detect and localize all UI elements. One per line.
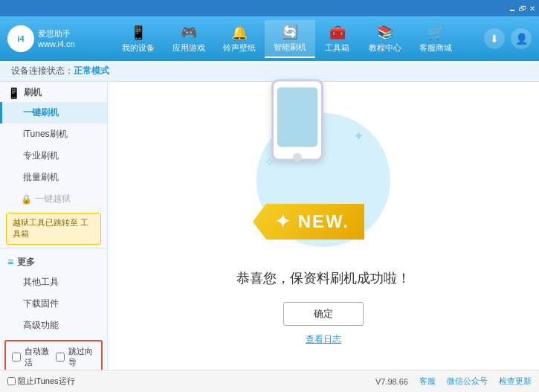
- tutorials-icon: 📚: [377, 25, 393, 41]
- version-text: V7.98.66: [375, 377, 408, 386]
- auto-activate-label: 自动激活: [25, 346, 52, 368]
- toolbox-icon: 🧰: [329, 25, 346, 41]
- nav-smart-flash[interactable]: 🔄 智能刷机: [265, 20, 315, 58]
- sidebar-item-one-key-flash[interactable]: 一键刷机: [0, 102, 107, 123]
- lock-icon: 🔒: [21, 194, 32, 205]
- my-device-icon: 📱: [130, 25, 146, 41]
- sidebar-item-pro-flash[interactable]: 专业刷机: [0, 145, 107, 167]
- sidebar-item-other-tools[interactable]: 其他工具: [0, 271, 107, 293]
- logo-icon: i4: [7, 25, 34, 52]
- nav-right-controls: ⬇ 👤: [484, 28, 532, 49]
- smart-flash-icon: 🔄: [282, 24, 298, 40]
- apps-games-icon: 🎮: [181, 25, 197, 41]
- nav-support[interactable]: 🛒 客服商城: [410, 20, 461, 58]
- nav-my-device[interactable]: 📱 我的设备: [113, 20, 164, 58]
- user-btn[interactable]: 👤: [511, 28, 532, 49]
- sidebar-section-flash: 📱 刷机: [0, 82, 107, 102]
- title-bar: 🗕 🗗 ✕: [0, 0, 539, 16]
- auto-activate-checkbox[interactable]: [12, 353, 21, 362]
- skip-guide-label: 跳过向导: [68, 346, 96, 368]
- sidebar-item-advanced[interactable]: 高级功能: [0, 315, 107, 336]
- more-section-icon: ≡: [7, 256, 13, 268]
- auto-activate-section: 自动激活 跳过向导: [4, 340, 103, 370]
- nav-toolbox[interactable]: 🧰 工具箱: [315, 20, 360, 58]
- sparkle-2: ✦: [353, 128, 364, 144]
- nav-apps-games[interactable]: 🎮 应用游戏: [164, 20, 214, 58]
- new-badge: ✦ NEW.: [253, 204, 364, 240]
- confirm-button[interactable]: 确定: [283, 302, 364, 326]
- skip-guide-checkbox[interactable]: [56, 353, 65, 362]
- wechat-link[interactable]: 微信公众号: [447, 376, 488, 387]
- itunes-checkbox[interactable]: [7, 377, 16, 385]
- check-update-link[interactable]: 检查更新: [499, 376, 532, 387]
- sidebar: 📱 刷机 一键刷机 iTunes刷机 专业刷机 批量刷机 🔒 一键越狱 越狱工具…: [0, 82, 108, 370]
- download-btn[interactable]: ⬇: [484, 28, 505, 49]
- main-content: ✦ ✦ ✧ ✦ NEW. 恭喜您，保资料刷机成功啦！ 确定 查看日志: [108, 82, 539, 370]
- support-icon: 🛒: [427, 25, 444, 41]
- customer-service-link[interactable]: 客服: [419, 376, 436, 387]
- nav-tutorials[interactable]: 📚 教程中心: [360, 20, 410, 58]
- logo: i4 爱思助手 www.i4.cn: [7, 25, 89, 52]
- sidebar-item-jailbreak: 🔒 一键越狱: [0, 188, 107, 210]
- breadcrumb: 设备连接状态： 正常模式: [0, 61, 539, 82]
- sidebar-item-itunes-flash[interactable]: iTunes刷机: [0, 123, 107, 145]
- sidebar-item-batch-flash[interactable]: 批量刷机: [0, 167, 107, 188]
- sidebar-section-more: ≡ 更多: [0, 251, 107, 271]
- sidebar-item-download-firmware[interactable]: 下载固件: [0, 293, 107, 315]
- close-btn[interactable]: ✕: [529, 4, 535, 13]
- log-link[interactable]: 查看日志: [306, 333, 341, 346]
- logo-text: 爱思助手 www.i4.cn: [38, 28, 75, 50]
- flash-section-icon: 📱: [7, 87, 20, 99]
- phone-screen: [277, 88, 317, 147]
- maximize-btn[interactable]: 🗗: [519, 4, 526, 13]
- phone-device: [271, 80, 323, 161]
- nav-bar: 📱 我的设备 🎮 应用游戏 🔔 铃声壁纸 🔄 智能刷机 🧰 工具箱 📚 教程中心…: [89, 20, 484, 58]
- sidebar-divider: [0, 248, 107, 248]
- bottom-right: V7.98.66 客服 微信公众号 检查更新: [375, 376, 532, 387]
- itunes-label: 阻止iTunes运行: [18, 376, 75, 387]
- sidebar-note-toolbox: 越狱工具已跳转至 工具箱: [6, 213, 101, 245]
- ringtone-icon: 🔔: [231, 25, 248, 41]
- header: i4 爱思助手 www.i4.cn 📱 我的设备 🎮 应用游戏 🔔 铃声壁纸 🔄…: [0, 16, 539, 61]
- bottom-bar: 阻止iTunes运行 V7.98.66 客服 微信公众号 检查更新: [0, 370, 539, 392]
- phone-illustration: ✦ ✦ ✧ ✦ NEW.: [249, 106, 398, 254]
- nav-ringtone[interactable]: 🔔 铃声壁纸: [214, 20, 265, 58]
- minimize-btn[interactable]: 🗕: [509, 4, 516, 13]
- itunes-check: 阻止iTunes运行: [7, 376, 75, 387]
- auto-activate-row: 自动激活 跳过向导: [12, 346, 95, 368]
- success-message: 恭喜您，保资料刷机成功啦！: [236, 269, 410, 287]
- main-layout: 📱 刷机 一键刷机 iTunes刷机 专业刷机 批量刷机 🔒 一键越狱 越狱工具…: [0, 82, 539, 370]
- phone-home-btn: [293, 153, 302, 162]
- bottom-left: 阻止iTunes运行: [7, 376, 115, 387]
